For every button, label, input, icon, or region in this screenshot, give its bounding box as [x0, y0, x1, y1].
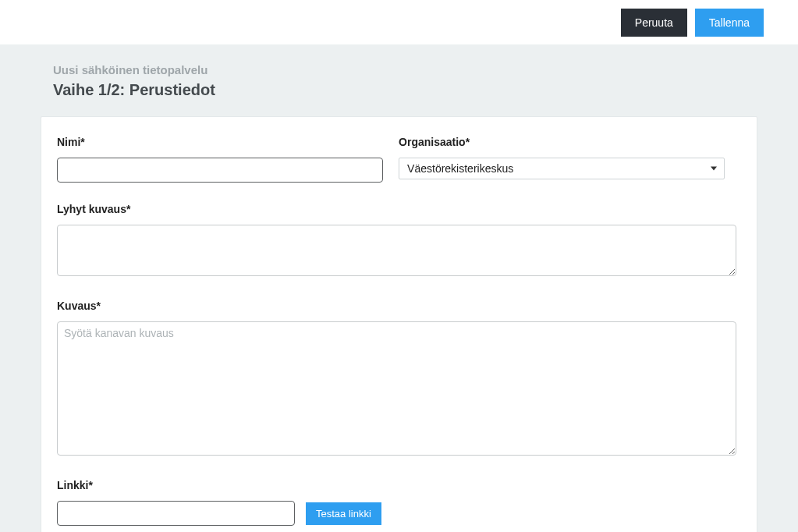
- organization-selected-value: Väestörekisterikeskus: [407, 162, 513, 175]
- short-description-label: Lyhyt kuvaus*: [57, 203, 736, 215]
- page-title: Vaihe 1/2: Perustiedot: [41, 81, 757, 99]
- save-button[interactable]: Tallenna: [695, 9, 764, 37]
- form-card: Nimi* Organisaatio* Väestörekisterikesku…: [41, 116, 757, 532]
- description-field[interactable]: [57, 321, 736, 456]
- name-label: Nimi*: [57, 136, 383, 148]
- cancel-button[interactable]: Peruuta: [621, 9, 687, 37]
- name-field[interactable]: [57, 158, 383, 183]
- link-field[interactable]: [57, 501, 295, 526]
- page-subtitle: Uusi sähköinen tietopalvelu: [41, 63, 757, 76]
- page-area: Uusi sähköinen tietopalvelu Vaihe 1/2: P…: [0, 44, 798, 532]
- link-label: Linkki*: [57, 479, 736, 491]
- description-label: Kuvaus*: [57, 300, 736, 312]
- organization-label: Organisaatio*: [399, 136, 725, 148]
- organization-select[interactable]: Väestörekisterikeskus: [399, 158, 725, 179]
- topbar: Peruuta Tallenna: [0, 0, 798, 44]
- short-description-field[interactable]: [57, 225, 736, 276]
- test-link-button[interactable]: Testaa linkki: [306, 502, 381, 525]
